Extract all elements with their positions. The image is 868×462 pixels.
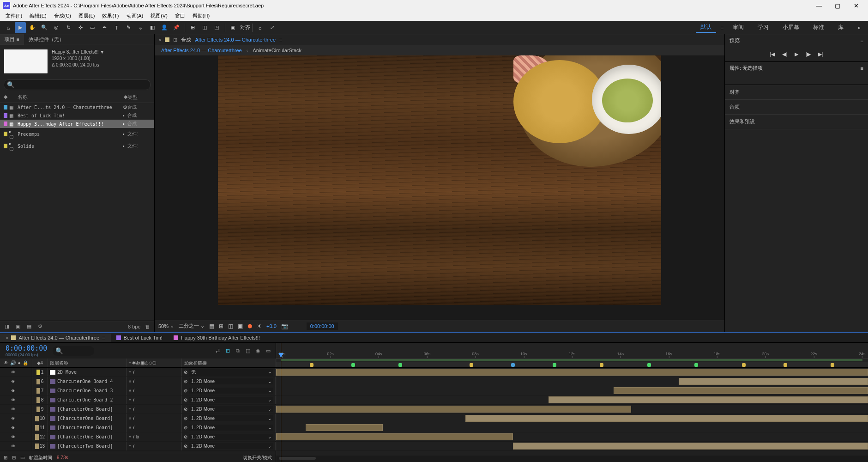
type-column-header[interactable]: 类型 [127, 94, 151, 101]
flowchart-icon[interactable]: ⊞ [173, 37, 177, 43]
project-item[interactable]: ▸ ▢Precomps▪文件: [0, 128, 154, 140]
parent-column-header[interactable]: 父级和链接 [182, 359, 276, 367]
timeline-layer-row[interactable]: 👁12[CharcuterOne Board]♀ / fx⊘1. 2D Move… [0, 432, 276, 442]
comp-marker[interactable] [553, 363, 556, 367]
project-item[interactable]: ▦After E...ts 24.0 — Charcuterthree⚙合成 [0, 103, 154, 111]
track-row[interactable] [276, 414, 868, 423]
comp-marker[interactable] [310, 363, 313, 367]
comp-marker[interactable] [647, 363, 651, 367]
snapshot-icon[interactable]: 📷 [281, 323, 288, 329]
menu-帮助(H)[interactable]: 帮助(H) [189, 12, 213, 20]
view-axis-icon[interactable]: ◳ [211, 22, 222, 33]
project-item[interactable]: ▦Best of Luck Tim!▪合成 [0, 111, 154, 120]
project-tab[interactable]: 效果控件（无） [24, 34, 69, 45]
shy-icon[interactable]: ⧉ [234, 347, 241, 354]
layer-clip[interactable] [276, 433, 513, 440]
viewer-timecode[interactable]: 0:00:00:00 [307, 322, 338, 330]
maximize-button[interactable]: ▢ [828, 0, 847, 11]
timeline-tab[interactable]: Happy 30th Birthday After Effects!!! [168, 334, 265, 342]
switch-mode-label[interactable]: 切换开关/模式 [243, 455, 272, 461]
play-icon[interactable]: ▶ [793, 50, 800, 58]
timeline-tab[interactable]: × After Effects 24.0 — Charcuterthree ≡ [0, 334, 111, 342]
guides-icon[interactable]: ⊞ [219, 323, 223, 329]
shape-tool[interactable]: ▭ [87, 22, 98, 33]
track-row[interactable] [276, 423, 868, 432]
panel-section[interactable]: 对齐 [725, 85, 868, 100]
zoom-dropdown[interactable]: 50% ⌄ [158, 323, 174, 329]
workspace-库[interactable]: 库 [833, 22, 848, 33]
menu-视图(V)[interactable]: 视图(V) [147, 12, 171, 20]
timeline-layer-row[interactable]: 👁12D Move♀ /⊘无⌄ [0, 368, 276, 377]
timeline-tab[interactable]: Best of Luck Tim! [111, 334, 168, 342]
workspace-学习[interactable]: 学习 [753, 22, 773, 33]
anchor-tool[interactable]: ⊹ [75, 22, 86, 33]
comp-marker[interactable] [351, 363, 355, 367]
track-row[interactable] [276, 395, 868, 405]
menu-文件(F)[interactable]: 文件(F) [2, 12, 26, 20]
local-axis-icon[interactable]: ⊞ [187, 22, 198, 33]
comp-marker[interactable] [742, 363, 746, 367]
layer-clip[interactable] [465, 415, 868, 422]
selection-tool[interactable]: ▶ [15, 22, 26, 33]
expand-icon[interactable]: ⤢ [266, 22, 277, 33]
composition-viewer[interactable] [155, 55, 724, 320]
motion-blur-icon[interactable]: ◉ [254, 347, 262, 354]
work-area-bar[interactable] [281, 359, 862, 361]
project-item[interactable]: ▦Happy 3...hday After Effects!!!▪合成 [0, 120, 154, 128]
playhead[interactable] [281, 343, 281, 462]
workspace-标准[interactable]: 标准 [808, 22, 829, 33]
workspace-overflow-icon[interactable]: » [853, 23, 865, 32]
new-folder-icon[interactable]: ▣ [14, 322, 22, 331]
color-column-icon[interactable]: ◆ [4, 94, 8, 101]
comp-marker[interactable] [470, 363, 473, 367]
snap-icon[interactable]: ▣ [227, 22, 238, 33]
pen-tool[interactable]: ✒ [99, 22, 110, 33]
region-icon[interactable]: ▣ [238, 323, 243, 329]
layer-clip[interactable] [549, 396, 868, 403]
timeline-layer-row[interactable]: 👁9[CharcuterOne Board]♀ /⊘1. 2D Move⌄ [0, 405, 276, 414]
text-tool[interactable]: T [111, 22, 122, 33]
frame-blend-icon[interactable]: ◫ [244, 347, 252, 354]
close-tab-icon[interactable]: × [158, 37, 161, 43]
minimize-button[interactable]: — [810, 0, 828, 11]
zoom-tool[interactable]: 🔍 [39, 22, 50, 33]
brush-tool[interactable]: ✎ [123, 22, 134, 33]
bpc-label[interactable]: 8 bpc [128, 324, 140, 329]
menu-效果(T)[interactable]: 效果(T) [98, 12, 122, 20]
eraser-tool[interactable]: ◧ [147, 22, 158, 33]
comp-marker[interactable] [694, 363, 698, 367]
channel-icon[interactable]: ⬢ [247, 323, 252, 329]
timeline-layer-row[interactable]: 👁10[CharcuterOne Board]♀ /⊘1. 2D Move⌄ [0, 414, 276, 423]
first-frame-icon[interactable]: |◀ [769, 50, 776, 58]
layer-clip[interactable] [276, 406, 631, 413]
timeline-layer-row[interactable]: 👁8CharcuterOne Board 2♀ /⊘1. 2D Move⌄ [0, 395, 276, 405]
comp-marker[interactable] [398, 363, 402, 367]
timeline-timecode[interactable]: 0:00:00:00 [6, 344, 47, 353]
layer-clip[interactable] [276, 369, 868, 376]
layer-clip[interactable] [614, 387, 868, 394]
panel-section[interactable]: 效果和预设 [725, 115, 868, 129]
comp-marker[interactable] [831, 363, 834, 367]
new-comp-icon[interactable]: ▦ [25, 322, 33, 331]
world-axis-icon[interactable]: ◫ [199, 22, 210, 33]
track-row[interactable] [276, 377, 868, 386]
menu-动画(A)[interactable]: 动画(A) [123, 12, 147, 20]
last-frame-icon[interactable]: ▶| [817, 50, 824, 58]
interpret-footage-icon[interactable]: ◨ [3, 322, 11, 331]
track-row[interactable] [276, 432, 868, 442]
timeline-zoom-slider[interactable] [279, 457, 316, 460]
exposure-value[interactable]: +0.0 [266, 323, 277, 329]
prev-frame-icon[interactable]: ◀| [781, 50, 788, 58]
search-icon[interactable]: ⌕ [254, 22, 265, 33]
timeline-search-input[interactable] [53, 346, 94, 356]
track-row[interactable] [276, 442, 868, 451]
timeline-scrollbar[interactable] [276, 456, 868, 462]
comp-marker[interactable] [784, 363, 787, 367]
grid-icon[interactable]: ▦ [209, 323, 214, 329]
timeline-layer-row[interactable]: 👁11[CharcuterOne Board]♀ /⊘1. 2D Move⌄ [0, 423, 276, 432]
project-tab[interactable]: 项目 ≡ [0, 34, 24, 45]
next-frame-icon[interactable]: |▶ [805, 50, 812, 58]
markers-row[interactable] [276, 362, 868, 368]
menu-窗口[interactable]: 窗口 [171, 12, 189, 20]
toggle-switches-icon[interactable]: ⊞ [4, 455, 7, 460]
